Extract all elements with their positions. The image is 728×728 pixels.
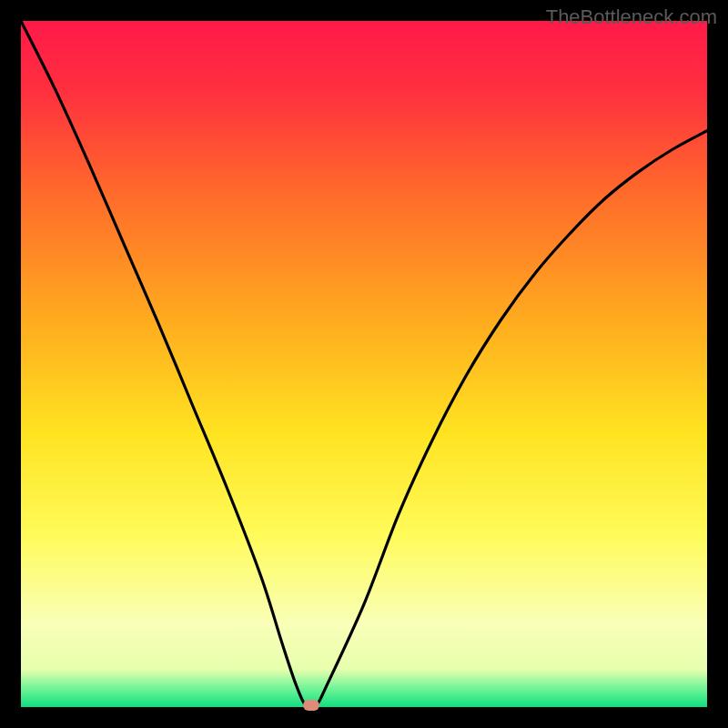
chart-container: TheBottleneck.com — [0, 0, 728, 728]
plot-frame — [21, 21, 707, 707]
optimal-point-marker — [303, 700, 319, 711]
chart-svg — [21, 21, 707, 707]
watermark-text: TheBottleneck.com — [546, 5, 717, 29]
